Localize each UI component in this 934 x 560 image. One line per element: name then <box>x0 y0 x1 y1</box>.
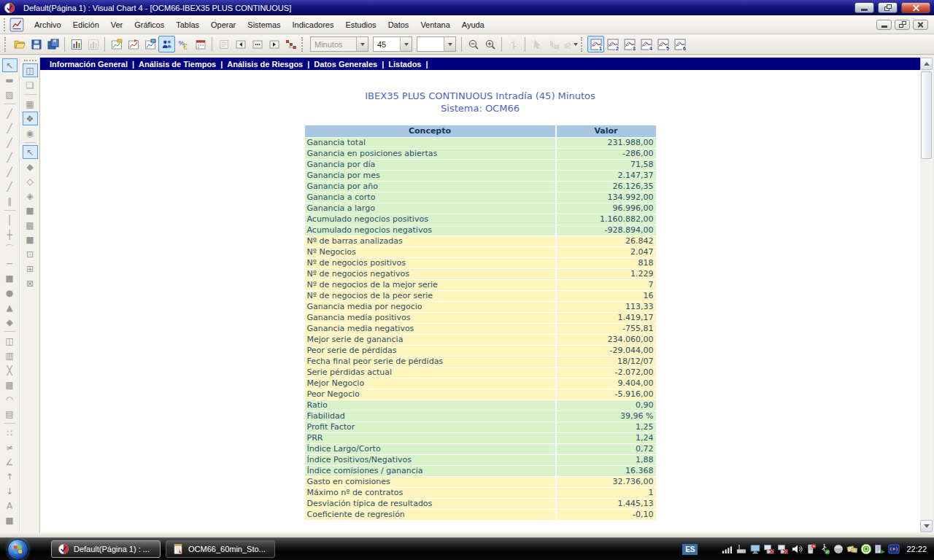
rectangle-tool-icon[interactable]: ■ <box>2 271 18 285</box>
phone-blocked-icon[interactable] <box>805 543 817 555</box>
view-preset-1-icon[interactable]: 1 <box>587 36 604 52</box>
scroll-down-button[interactable] <box>920 520 933 532</box>
split-box-tool-icon[interactable]: ◫ <box>2 334 18 348</box>
chevron-down-icon[interactable] <box>400 37 412 51</box>
pointer-tool-icon[interactable]: ↖ <box>2 58 18 72</box>
chevron-down-icon[interactable] <box>574 43 578 46</box>
pin-line-tool-icon[interactable]: ▬ <box>2 73 18 87</box>
pc-icon[interactable] <box>749 543 761 555</box>
mdi-close-button[interactable] <box>913 20 928 30</box>
toolbar-grip[interactable] <box>24 60 36 63</box>
menu-item-ayuda[interactable]: Ayuda <box>456 18 490 32</box>
pattern-box-tool-icon[interactable]: ▩ <box>23 218 38 232</box>
window-layout-tool-icon[interactable]: ◫ <box>23 63 38 77</box>
scatter-tool-icon[interactable]: ∷ <box>2 426 18 440</box>
save-all-icon[interactable] <box>45 36 61 52</box>
angle-tool-icon[interactable]: ∠ <box>2 455 18 469</box>
no-lines-tool-icon[interactable]: ≠ <box>2 440 18 454</box>
toolbar-grip[interactable] <box>301 37 304 52</box>
menu-item-sistemas[interactable]: Sistemas <box>242 18 286 32</box>
database-run-icon[interactable] <box>874 543 886 555</box>
taskbar-clock[interactable]: 22:22 <box>906 545 927 553</box>
arrow-down-tool-icon[interactable]: ↓ <box>2 484 18 498</box>
tab-datos-generales[interactable]: Datos Generales <box>309 60 382 69</box>
menu-item-estudios[interactable]: Estudios <box>339 18 382 32</box>
chart-bars-icon[interactable] <box>68 36 85 52</box>
view-preset-6-icon[interactable]: 6 <box>671 36 688 52</box>
close-button[interactable] <box>901 2 930 13</box>
open-marked-chart-icon[interactable] <box>142 36 158 52</box>
taskbar-button-ocm66-60min-sto[interactable]: OCM66_60min_Sto... <box>166 540 275 558</box>
ellipse-tool-icon[interactable]: ● <box>2 286 18 300</box>
cross-tool-icon[interactable]: ┼ <box>2 228 18 241</box>
objects-manager-tool-icon[interactable]: ❖ <box>23 112 38 125</box>
view-preset-5-icon[interactable]: 5 <box>655 36 671 52</box>
units-select[interactable] <box>417 36 456 52</box>
start-button[interactable] <box>7 539 28 560</box>
diamond-tool-icon[interactable]: ◆ <box>2 315 18 329</box>
grid-tool-icon[interactable]: ▦ <box>23 97 38 111</box>
vertical-line-tool-icon[interactable]: │ <box>2 213 18 227</box>
chevron-down-icon[interactable] <box>356 37 368 51</box>
channel-tool-icon[interactable]: ╱ <box>2 150 18 164</box>
page-list-icon[interactable] <box>249 36 266 52</box>
menu-item-graficos[interactable]: Gráficos <box>128 18 170 32</box>
view-preset-2-icon[interactable]: 2 <box>604 36 621 52</box>
diamond-marker-tool-icon[interactable]: ◆ <box>23 160 38 174</box>
hatched-box-tool-icon[interactable]: ▩ <box>2 378 18 392</box>
segment-tool-icon[interactable]: ╱ <box>2 106 18 120</box>
scroll-up-button[interactable] <box>920 58 933 70</box>
open-icon[interactable] <box>11 36 28 52</box>
menu-item-tablas[interactable]: Tablas <box>170 18 205 32</box>
tab-listados[interactable]: Listados <box>384 60 425 69</box>
view-preset-3-icon[interactable]: 3 <box>621 36 638 52</box>
mdi-minimize-button[interactable] <box>876 20 892 30</box>
chevron-down-icon[interactable] <box>444 37 455 51</box>
menu-item-indicadores[interactable]: Indicadores <box>287 18 340 32</box>
network-error-icon[interactable] <box>763 543 775 555</box>
menu-item-operar[interactable]: Operar <box>205 18 242 32</box>
new-chart-icon[interactable] <box>108 36 125 52</box>
toolbar-grip[interactable] <box>581 37 584 52</box>
system-stats-icon[interactable] <box>158 36 175 52</box>
usb-ok-icon[interactable] <box>819 543 830 555</box>
curve-tool-icon[interactable]: ⌒ <box>2 242 18 256</box>
text-box-tool-icon[interactable]: ▤ <box>2 407 18 421</box>
taskbar-button-default-pagina-1[interactable]: Default(Página 1) : ... <box>51 540 161 558</box>
menu-item-edicion[interactable]: Edición <box>67 18 105 32</box>
views-tool-icon[interactable]: ◉ <box>23 126 38 140</box>
hatch-tool-icon[interactable]: ╳ <box>2 363 18 377</box>
scanner-icon[interactable] <box>860 543 872 555</box>
speed-line-tool-icon[interactable]: ╱ <box>2 179 18 193</box>
restore-button[interactable] <box>878 2 898 13</box>
status-ball-icon[interactable] <box>833 543 844 555</box>
scrollbar-thumb[interactable] <box>921 71 932 159</box>
menu-item-datos[interactable]: Datos <box>382 18 415 32</box>
save-icon[interactable] <box>28 36 45 52</box>
files-icon[interactable] <box>846 543 858 555</box>
link-windows-icon[interactable] <box>282 36 299 52</box>
solid-box-tool-icon[interactable]: ■ <box>23 233 38 246</box>
open-flag-chart-icon[interactable] <box>125 36 142 52</box>
menubar-grip[interactable] <box>4 18 7 31</box>
signal-icon[interactable] <box>722 543 733 555</box>
minimize-button[interactable] <box>854 2 874 13</box>
page-next-icon[interactable] <box>266 36 282 52</box>
zoom-out-icon[interactable] <box>465 36 482 52</box>
dotted-diamond-tool-icon[interactable]: ◇ <box>23 174 38 188</box>
fill-box-tool-icon[interactable]: ■ <box>23 203 38 217</box>
lines-box-tool-icon[interactable]: ▥ <box>2 349 18 362</box>
tab-analisis-de-riesgos[interactable]: Análisis de Riesgos <box>223 60 307 69</box>
parallel-lines-tool-icon[interactable]: ∥ <box>2 194 18 208</box>
region-tool-icon[interactable]: ▨ <box>2 88 18 101</box>
toolbar-grip[interactable] <box>4 37 7 52</box>
calendar-icon[interactable] <box>192 36 209 52</box>
triangle-tool-icon[interactable]: ▲ <box>2 300 18 314</box>
view-preset-4-icon[interactable]: 4 <box>638 36 655 52</box>
arrow-up-tool-icon[interactable]: ↑ <box>2 470 18 483</box>
tab-analisis-de-tiempos[interactable]: Análisis de Tiempos <box>134 60 220 69</box>
delete-box-tool-icon[interactable]: ⊠ <box>23 276 38 290</box>
chart-settings-tool-icon[interactable]: ⊞ <box>23 262 38 276</box>
menu-item-ventana[interactable]: Ventana <box>414 18 455 32</box>
prompt-box-tool-icon[interactable]: ⊡ <box>23 247 38 261</box>
